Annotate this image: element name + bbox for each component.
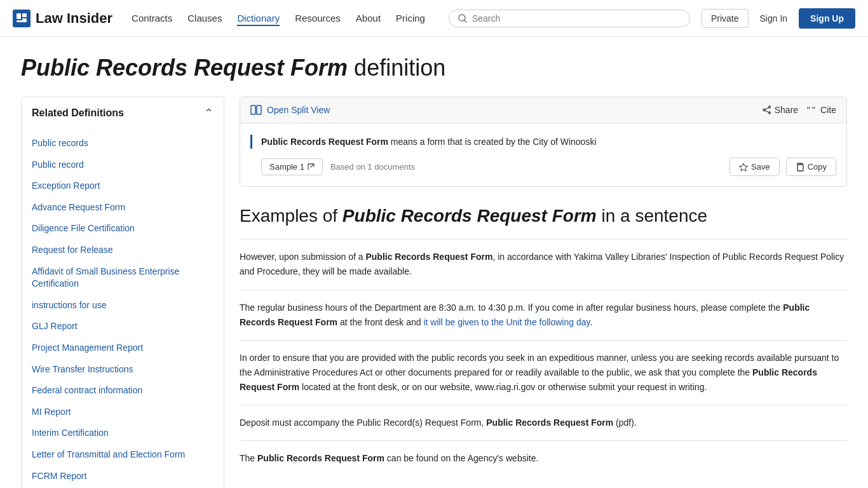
examples-section: Examples of Public Records Request Form … <box>240 206 847 476</box>
brand-logo[interactable]: Law Insider <box>13 10 112 27</box>
share-button[interactable]: Share <box>763 105 798 115</box>
sidebar: Related Definitions ⌃ Public records Pub… <box>21 97 224 488</box>
external-link-icon <box>308 163 315 170</box>
main-container: Public Records Request Form definition R… <box>8 37 860 488</box>
star-icon <box>739 163 748 172</box>
sidebar-link[interactable]: Letter of Transmittal and Election Form <box>22 444 224 466</box>
sidebar-link[interactable]: FCRM Report <box>22 466 224 487</box>
split-view-icon <box>250 105 262 115</box>
sidebar-link[interactable]: Public record <box>22 154 224 176</box>
example-text: The Public Records Request Form can be f… <box>240 453 538 463</box>
open-split-view-button[interactable]: Open Split View <box>250 105 330 115</box>
svg-rect-1 <box>22 13 27 17</box>
list-item: Letter of Transmittal and Election Form <box>22 444 224 466</box>
signup-button[interactable]: Sign Up <box>799 8 855 29</box>
definition-footer: Sample 1 Based on 1 documents <box>250 158 836 176</box>
list-item: FCRM Report <box>22 466 224 487</box>
open-split-view-label: Open Split View <box>267 105 330 115</box>
list-item: Diligence File Certification <box>22 218 224 240</box>
sidebar-link[interactable]: GLJ Report <box>22 316 224 337</box>
sample-label: Sample 1 <box>269 162 304 172</box>
search-box <box>449 10 690 27</box>
example-item: However, upon submission of a Public Rec… <box>240 239 847 289</box>
nav-pricing[interactable]: Pricing <box>396 13 425 24</box>
sidebar-link[interactable]: Diligence File Certification <box>22 218 224 240</box>
svg-rect-7 <box>257 105 261 114</box>
sidebar-link[interactable]: MI Report <box>22 402 224 423</box>
definition-meaning: means a form that is created by the City… <box>388 137 597 147</box>
example-item: Deposit must accompany the Public Record… <box>240 405 847 440</box>
nav-clauses[interactable]: Clauses <box>187 13 222 24</box>
nav-actions: Private Sign In Sign Up <box>702 8 855 29</box>
search-icon <box>458 14 467 23</box>
svg-text:": " <box>812 106 815 114</box>
examples-title-prefix: Examples of <box>240 206 342 226</box>
list-item: Project Management Report <box>22 337 224 359</box>
page-title-rest: definition <box>348 55 445 81</box>
example-bold: Public Records Request Form <box>257 453 384 463</box>
svg-rect-3 <box>17 20 27 22</box>
sidebar-link[interactable]: Project Management Report <box>22 337 224 359</box>
save-button[interactable]: Save <box>729 158 780 176</box>
sample-area: Sample 1 Based on 1 documents <box>261 158 415 175</box>
chevron-up-icon: ⌃ <box>204 106 214 120</box>
list-item: Affidavit of Small Business Enterprise C… <box>22 261 224 295</box>
copy-button[interactable]: Copy <box>786 158 836 176</box>
example-item: The Public Records Request Form can be f… <box>240 440 847 476</box>
example-bold: Public Records Request Form <box>365 252 492 262</box>
svg-point-8 <box>768 106 770 108</box>
definition-text: Public Records Request Form means a form… <box>250 135 836 149</box>
examples-title: Examples of Public Records Request Form … <box>240 206 847 226</box>
svg-point-10 <box>763 109 765 111</box>
sidebar-link[interactable]: Public records <box>22 133 224 154</box>
sample-button[interactable]: Sample 1 <box>261 158 323 175</box>
example-item: In order to ensure that you are provided… <box>240 340 847 405</box>
page-title-section: Public Records Request Form definition <box>21 37 847 97</box>
sidebar-link[interactable]: Affidavit of Small Business Enterprise C… <box>22 261 224 295</box>
list-item: Request for Release <box>22 240 224 261</box>
sidebar-header[interactable]: Related Definitions ⌃ <box>22 97 224 129</box>
sidebar-link[interactable]: Advance Request Form <box>22 197 224 219</box>
example-bold: Public Records Request Form <box>240 367 817 392</box>
copy-icon <box>796 163 804 172</box>
copy-label: Copy <box>808 162 827 172</box>
sidebar-items-list: Public records Public record Exception R… <box>22 129 224 488</box>
list-item: Public record <box>22 154 224 176</box>
cite-icon: " " <box>807 106 817 114</box>
sidebar-link[interactable]: Request for Release <box>22 240 224 261</box>
brand-icon <box>13 10 31 27</box>
example-text: The regular business hours of the Depart… <box>240 302 810 327</box>
sidebar-link[interactable]: Federal contract information <box>22 380 224 402</box>
sidebar-link[interactable]: instructions for use <box>22 295 224 316</box>
share-icon <box>763 105 771 114</box>
list-item: Interim Certification <box>22 423 224 444</box>
svg-text:": " <box>807 106 810 114</box>
search-input[interactable] <box>472 13 681 24</box>
svg-line-5 <box>465 20 466 22</box>
save-label: Save <box>751 162 770 172</box>
cite-button[interactable]: " " Cite <box>807 105 836 115</box>
sidebar-link[interactable]: Exception Report <box>22 175 224 197</box>
sidebar-title: Related Definitions <box>32 107 124 119</box>
sidebar-link[interactable]: Wire Transfer Instructions <box>22 359 224 381</box>
example-link[interactable]: it will be given to the Unit the followi… <box>423 317 590 327</box>
nav-resources[interactable]: Resources <box>295 13 341 24</box>
nav-contracts[interactable]: Contracts <box>132 13 172 24</box>
example-text: However, upon submission of a Public Rec… <box>240 252 844 276</box>
svg-rect-2 <box>22 18 27 20</box>
nav-about[interactable]: About <box>356 13 381 24</box>
nav-links: Contracts Clauses Dictionary Resources A… <box>132 13 425 24</box>
signin-button[interactable]: Sign In <box>755 10 793 27</box>
svg-point-9 <box>768 112 770 114</box>
header-actions: Share " " Cite <box>763 105 836 115</box>
list-item: Exception Report <box>22 175 224 197</box>
examples-title-suffix: in a sentence <box>597 206 707 226</box>
list-item: GLJ Report <box>22 316 224 337</box>
page-title-italic: Public Records Request Form <box>21 55 348 81</box>
sidebar-link[interactable]: Interim Certification <box>22 423 224 444</box>
private-button[interactable]: Private <box>702 9 749 28</box>
nav-dictionary[interactable]: Dictionary <box>237 13 280 26</box>
navbar: Law Insider Contracts Clauses Dictionary… <box>0 0 868 37</box>
example-bold: Public Records Request Form <box>486 417 613 428</box>
content-layout: Related Definitions ⌃ Public records Pub… <box>21 97 847 488</box>
